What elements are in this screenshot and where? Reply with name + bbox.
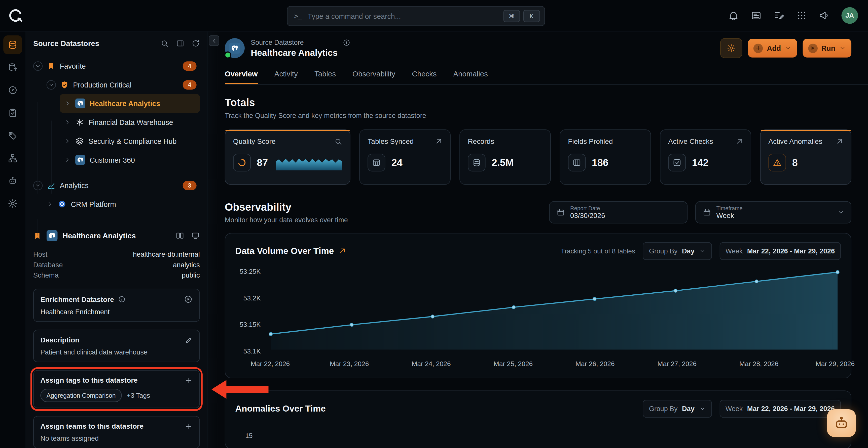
cmd-key-badge: ⌘ bbox=[503, 10, 520, 22]
chevron-right-icon[interactable] bbox=[46, 201, 53, 207]
external-link-icon[interactable] bbox=[338, 247, 346, 255]
metric-value: 2.5M bbox=[492, 157, 514, 168]
pencil-edit-icon[interactable] bbox=[185, 336, 193, 344]
tree-item-security-compliance-hub[interactable]: Security & Compliance Hub bbox=[60, 132, 199, 150]
tables-synced-card[interactable]: Tables Synced 24 bbox=[359, 130, 451, 185]
rail-lineage-sitemap-icon[interactable] bbox=[3, 149, 22, 168]
tree-item-label: Security & Compliance Hub bbox=[89, 137, 177, 145]
enrichment-value[interactable]: Healthcare Enrichment bbox=[40, 308, 193, 316]
info-icon[interactable] bbox=[343, 38, 350, 46]
week-range-select[interactable]: Week Mar 22, 2026 - Mar 29, 2026 bbox=[719, 242, 841, 260]
app-logo-icon bbox=[7, 7, 24, 24]
x-tick: Mar 23, 2026 bbox=[330, 360, 369, 368]
sidebar-refresh-icon[interactable] bbox=[192, 39, 200, 47]
tree-item-healthcare-analytics[interactable]: Healthcare Analytics bbox=[60, 94, 199, 113]
announcements-megaphone-icon[interactable] bbox=[819, 10, 830, 21]
sidebar-collapse-button[interactable] bbox=[209, 35, 219, 46]
tab-observability[interactable]: Observability bbox=[352, 70, 395, 84]
quality-score-card[interactable]: Quality Score 87 bbox=[225, 130, 350, 185]
more-tags-label[interactable]: +3 Tags bbox=[127, 392, 150, 400]
add-button[interactable]: Add bbox=[748, 39, 797, 58]
external-link-icon[interactable] bbox=[434, 138, 442, 145]
tree-item-production-critical[interactable]: Production Critical 4 bbox=[46, 75, 200, 94]
rail-agents-bot-icon[interactable] bbox=[3, 171, 22, 190]
command-search[interactable]: >_ ⌘ K bbox=[287, 6, 545, 26]
anomalies-chart-card: Anomalies Over Time Group By Day Week Ma… bbox=[225, 390, 851, 448]
sidebar-search-icon[interactable] bbox=[161, 39, 169, 47]
rail-settings-gear-icon[interactable] bbox=[3, 194, 22, 213]
datastore-avatar bbox=[225, 38, 245, 58]
external-link-icon[interactable] bbox=[835, 138, 843, 145]
quality-score-sparkline bbox=[276, 154, 342, 171]
chevron-right-icon[interactable] bbox=[64, 100, 71, 107]
assign-tags-card: Assign tags to this datastore Aggregatio… bbox=[33, 370, 200, 408]
group-by-select[interactable]: Group By Day bbox=[643, 242, 712, 260]
report-date-picker[interactable]: Report Date 03/30/2026 bbox=[549, 201, 687, 223]
postgres-icon bbox=[75, 99, 85, 109]
sidebar-panel-icon[interactable] bbox=[176, 39, 184, 47]
rail-checks-clipboard-icon[interactable] bbox=[3, 103, 22, 122]
active-checks-card[interactable]: Active Checks 142 bbox=[660, 130, 751, 185]
x-tick: Mar 29, 2026 bbox=[816, 360, 855, 368]
changelog-icon[interactable] bbox=[751, 10, 762, 21]
timeframe-value: Week bbox=[716, 212, 743, 220]
tab-overview[interactable]: Overview bbox=[225, 70, 258, 84]
y-tick: 53.2K bbox=[243, 294, 261, 302]
assistant-robot-button[interactable] bbox=[827, 409, 856, 437]
chevron-down-icon[interactable] bbox=[46, 80, 56, 89]
tag-chip[interactable]: Aggregation Comparison bbox=[40, 389, 122, 402]
customize-edit-icon[interactable] bbox=[773, 10, 784, 21]
open-enrichment-icon[interactable] bbox=[184, 295, 193, 304]
apps-grid-icon[interactable] bbox=[796, 10, 807, 21]
chevron-right-icon[interactable] bbox=[64, 157, 71, 163]
tree-item-favorite[interactable]: Favorite 4 bbox=[33, 56, 200, 75]
add-team-plus-icon[interactable] bbox=[185, 422, 193, 430]
chevron-right-icon[interactable] bbox=[64, 119, 71, 126]
chevron-down-icon[interactable] bbox=[33, 61, 42, 70]
tree-item-customer-360[interactable]: Customer 360 bbox=[60, 150, 199, 169]
count-badge: 3 bbox=[183, 180, 196, 190]
data-volume-plot[interactable] bbox=[267, 268, 841, 355]
timeframe-select[interactable]: Timeframe Week bbox=[695, 201, 851, 223]
search-input[interactable] bbox=[307, 11, 500, 21]
app-root: >_ ⌘ K JA Source Datastores bbox=[0, 0, 868, 448]
datastore-settings-button[interactable] bbox=[720, 38, 743, 58]
k-key-badge: K bbox=[523, 10, 540, 22]
monitor-panel-icon[interactable] bbox=[191, 231, 200, 240]
tab-activity[interactable]: Activity bbox=[274, 70, 298, 84]
rail-explore-compass-icon[interactable] bbox=[3, 81, 22, 100]
records-card[interactable]: Records 2.5M bbox=[459, 130, 551, 185]
external-link-icon[interactable] bbox=[735, 138, 743, 145]
bookmark-icon[interactable] bbox=[33, 232, 41, 240]
tab-checks[interactable]: Checks bbox=[412, 70, 436, 84]
warning-triangle-icon bbox=[768, 154, 786, 171]
run-button[interactable]: Run bbox=[803, 39, 851, 58]
add-tag-plus-icon[interactable] bbox=[185, 376, 193, 384]
compare-columns-icon[interactable] bbox=[176, 231, 184, 240]
tree-item-analytics[interactable]: Analytics 3 bbox=[33, 176, 200, 195]
chevron-right-icon[interactable] bbox=[64, 138, 71, 144]
kv-value: analytics bbox=[173, 260, 200, 271]
metric-label: Active Checks bbox=[668, 137, 713, 145]
tree-item-crm-platform[interactable]: CRM Platform bbox=[46, 195, 200, 213]
search-icon[interactable] bbox=[334, 138, 342, 145]
rail-tags-icon[interactable] bbox=[3, 126, 22, 145]
fields-profiled-card[interactable]: Fields Profiled 186 bbox=[560, 130, 651, 185]
week-range-select[interactable]: Week Mar 22, 2026 - Mar 29, 2026 bbox=[719, 400, 841, 418]
tab-bar: Overview Activity Tables Observability C… bbox=[225, 70, 868, 84]
notifications-bell-icon[interactable] bbox=[728, 10, 739, 21]
add-button-label: Add bbox=[767, 44, 781, 52]
rail-connections-icon[interactable] bbox=[3, 58, 22, 77]
tree-item-financial-data-warehouse[interactable]: Financial Data Warehouse bbox=[60, 113, 199, 132]
kv-row-database: Database analytics bbox=[33, 260, 200, 271]
layers-icon bbox=[75, 137, 84, 145]
group-by-select[interactable]: Group By Day bbox=[643, 400, 712, 418]
datastores-sidebar: Source Datastores Favorite 4 Production … bbox=[25, 31, 208, 448]
page-title: Healthcare Analytics bbox=[251, 48, 350, 58]
tab-tables[interactable]: Tables bbox=[314, 70, 336, 84]
tab-anomalies[interactable]: Anomalies bbox=[453, 70, 488, 84]
info-icon[interactable] bbox=[118, 296, 126, 303]
user-avatar[interactable]: JA bbox=[841, 7, 858, 24]
active-anomalies-card[interactable]: Active Anomalies 8 bbox=[760, 130, 851, 185]
rail-datastores-icon[interactable] bbox=[3, 35, 22, 54]
